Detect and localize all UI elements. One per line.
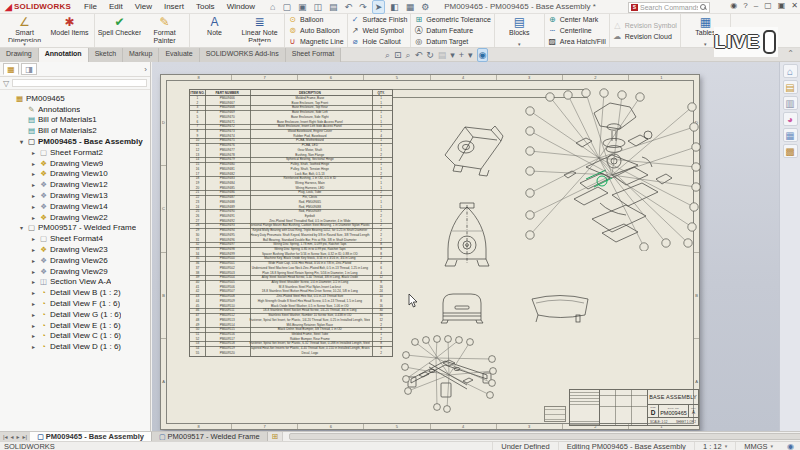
revision-symbol-button[interactable]: △ Revision Symbol bbox=[613, 20, 677, 30]
search-commands-box[interactable]: S Search Commands bbox=[628, 2, 710, 13]
open-icon[interactable]: ▣ bbox=[296, 1, 309, 13]
menu-item[interactable]: View bbox=[130, 1, 157, 12]
feature-tree-item[interactable]: ▸ ◔ Detail View D (1 : 6) bbox=[0, 341, 150, 352]
tab-solidworks-add-ins[interactable]: SOLIDWORKS Add-Ins bbox=[200, 48, 286, 62]
sheet-scale-selector[interactable]: 1 : 12▾ bbox=[694, 442, 735, 450]
datum-feature-button[interactable]: Ⓐ Datum Feature bbox=[414, 26, 490, 36]
redo-icon[interactable]: ↷ bbox=[357, 1, 369, 13]
feature-tree-item[interactable]: ▸ ❖ Drawing View10 bbox=[0, 169, 150, 180]
feature-tree-item[interactable]: ▸ ◔ Detail View B (1 : 2) bbox=[0, 287, 150, 298]
sheet-tab-base-assembly[interactable]: ▢ PM009465 - Base Assembly bbox=[30, 432, 152, 441]
tree-expander-icon[interactable]: ▸ bbox=[30, 300, 37, 307]
tree-filter-input[interactable] bbox=[12, 79, 147, 87]
tree-expander-icon[interactable]: ▸ bbox=[30, 181, 37, 188]
tree-expander-icon[interactable]: ▸ bbox=[30, 322, 37, 329]
minimize-icon[interactable]: – bbox=[754, 1, 758, 10]
tab-sketch[interactable]: Sketch bbox=[89, 48, 123, 62]
print-icon[interactable]: ▤ bbox=[327, 1, 340, 13]
balloon-button[interactable]: ⊙ Balloon bbox=[288, 15, 344, 25]
bill-of-materials-table[interactable]: ITEM NO. PART NUMBER DESCRIPTION QTY. 1P… bbox=[189, 89, 393, 357]
area-hatch-fill-button[interactable]: ▨ Area Hatch/Fill bbox=[548, 37, 606, 47]
sheet-nav-arrow-icon[interactable]: |◂ bbox=[2, 433, 9, 440]
panel-collapse-icon[interactable]: › bbox=[144, 65, 147, 74]
unit-system-selector[interactable]: MMGS▾ bbox=[735, 442, 781, 450]
auto-balloon-button[interactable]: ⊚ Auto Balloon bbox=[288, 26, 344, 36]
erase-icon[interactable]: ◧ bbox=[388, 1, 401, 13]
menu-item[interactable]: Tools bbox=[191, 1, 220, 12]
ribbon-collapse-icon[interactable]: ⌃ bbox=[787, 49, 794, 58]
linear-note-pattern-button[interactable]: ≣ Linear Note Pattern ▾ bbox=[237, 15, 282, 46]
tree-expander-icon[interactable]: ▸ bbox=[30, 257, 37, 264]
model-items-button[interactable]: ✱ Model Items ▾ bbox=[47, 15, 92, 46]
home-icon[interactable]: ⌂ bbox=[268, 1, 277, 13]
bom-table-row[interactable]: 55PM009520Decal, Logo2 bbox=[190, 351, 392, 356]
feature-tree-item[interactable]: ▸ ❖ Drawing View13 bbox=[0, 190, 150, 201]
tab-drawing[interactable]: Drawing bbox=[0, 48, 39, 62]
tree-expander-icon[interactable]: ▸ bbox=[30, 160, 37, 167]
zoom-to-fit-icon[interactable]: ⌕ bbox=[385, 49, 390, 61]
user-account-icon[interactable]: ◉ bbox=[730, 1, 737, 10]
window-layout-icon[interactable]: ▣ bbox=[778, 1, 786, 10]
drawing-sheet[interactable]: 87654321 87654321 DCBA DCBA ITEM NO. PAR… bbox=[160, 74, 700, 430]
previous-view-icon[interactable]: ↶ bbox=[415, 49, 423, 61]
revision-cloud-button[interactable]: ☁ Revision Cloud bbox=[613, 31, 677, 41]
feature-tree-item[interactable]: ▸ ◫ Section View A-A bbox=[0, 277, 150, 288]
tree-expander-icon[interactable]: ▸ bbox=[30, 203, 37, 210]
datum-target-button[interactable]: ◎ Datum Target bbox=[414, 37, 490, 47]
new-document-icon[interactable]: ▢ bbox=[281, 1, 294, 13]
feature-tree-item[interactable]: ▸ ▢ Sheet Format2 bbox=[0, 147, 150, 158]
toolbox-icon[interactable]: ▩ bbox=[783, 144, 798, 158]
zoom-to-area-icon[interactable]: ⊡ bbox=[394, 49, 402, 61]
feature-tree-item[interactable]: ▸ ◔ Detail View E (1 : 6) bbox=[0, 320, 150, 331]
weld-symbol-button[interactable]: ↗ Weld Symbol bbox=[351, 26, 408, 36]
dropdown-arrow-icon[interactable]: ▾ bbox=[704, 42, 707, 46]
redraw-icon[interactable]: ↻ bbox=[426, 49, 434, 61]
feature-tree-item[interactable]: ▸ ◔ Detail View F (1 : 6) bbox=[0, 298, 150, 309]
solidworks-resources-icon[interactable]: ⌂ bbox=[783, 64, 798, 78]
tree-root-pm009465[interactable]: ▦ PM009465 bbox=[0, 93, 150, 104]
center-mark-button[interactable]: ⊕ Center Mark bbox=[548, 15, 606, 25]
help-icon[interactable]: ? bbox=[743, 1, 747, 10]
search-icon[interactable] bbox=[700, 4, 707, 11]
file-explorer-icon[interactable]: ▥ bbox=[783, 96, 798, 110]
feature-tree-item[interactable]: ✎ Annotations bbox=[0, 104, 150, 115]
tab-sheet-format[interactable]: Sheet Format bbox=[286, 48, 341, 62]
feature-tree-item[interactable]: ▸ ▢ Sheet Format4 bbox=[0, 233, 150, 244]
smart-dimension-button[interactable]: ∠ Smart Dimension ▾ bbox=[2, 15, 47, 46]
filter-funnel-icon[interactable]: ▽ bbox=[3, 79, 9, 88]
components-icon[interactable]: ▦ bbox=[404, 1, 417, 13]
tree-expander-icon[interactable]: ▸ bbox=[30, 268, 37, 275]
drawing-view-iso-housing[interactable] bbox=[439, 115, 509, 177]
spell-checker-button[interactable]: ✔ Spell Checker ▾ bbox=[97, 15, 142, 46]
feature-tree-item[interactable]: ▸ ❖ Drawing View22 bbox=[0, 212, 150, 223]
feature-tree-item[interactable]: ▤ Bill of Materials2 bbox=[0, 125, 150, 136]
save-icon[interactable]: ◫ bbox=[312, 1, 325, 13]
tree-expander-icon[interactable]: ▸ bbox=[30, 289, 37, 296]
custom-properties-icon[interactable]: ▦ bbox=[783, 128, 798, 142]
hide-show-annotations-icon[interactable]: + bbox=[459, 49, 464, 61]
feature-tree-item[interactable]: ▸ ❖ Drawing View29 bbox=[0, 266, 150, 277]
tree-expander-icon[interactable]: ▸ bbox=[30, 311, 37, 318]
feature-tree-item[interactable]: ▾ ▢ PM009465 - Base Assembly bbox=[0, 136, 150, 147]
hole-callout-button[interactable]: ⌀ Hole Callout bbox=[351, 37, 408, 47]
surface-finish-button[interactable]: ✓ Surface Finish bbox=[351, 15, 408, 25]
tree-expander-icon[interactable]: ▸ bbox=[30, 170, 37, 177]
sheet-nav-arrow-icon[interactable]: ▸| bbox=[22, 433, 29, 440]
graphics-area[interactable]: 87654321 87654321 DCBA DCBA ITEM NO. PAR… bbox=[152, 62, 800, 431]
add-sheet-icon[interactable]: ⊞ bbox=[268, 432, 283, 441]
dropdown-arrow-icon[interactable]: ▾ bbox=[23, 42, 26, 46]
appearances-icon[interactable]: ◕ bbox=[783, 112, 798, 126]
close-icon[interactable]: ✕ bbox=[791, 1, 798, 10]
centerline-button[interactable]: ┄ Centerline bbox=[548, 26, 606, 36]
view-settings-globe-icon[interactable]: ◉ bbox=[477, 48, 489, 62]
tree-expander-icon[interactable]: ▸ bbox=[30, 278, 37, 285]
blocks-button[interactable]: ▤ Blocks ▾ bbox=[497, 15, 542, 46]
feature-tree-tab-icon[interactable]: ▦ bbox=[3, 63, 19, 75]
tree-expander-icon[interactable]: ▸ bbox=[30, 149, 37, 156]
drawing-view-housing-front[interactable] bbox=[439, 289, 485, 324]
dropdown-arrow-icon[interactable]: ▾ bbox=[258, 42, 261, 46]
design-library-icon[interactable]: ▤ bbox=[783, 80, 798, 94]
tree-expander-icon[interactable]: ▸ bbox=[30, 246, 37, 253]
feature-tree-item[interactable]: ▸ ❖ Drawing View9 bbox=[0, 158, 150, 169]
undo-icon[interactable]: ↶ bbox=[343, 1, 355, 13]
